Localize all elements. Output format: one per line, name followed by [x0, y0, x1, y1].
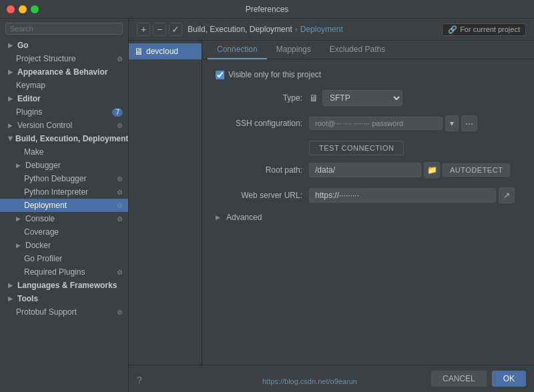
- remove-server-button[interactable]: −: [153, 23, 166, 36]
- test-connection-button[interactable]: TEST CONNECTION: [309, 141, 404, 155]
- window-title: Preferences: [246, 5, 289, 14]
- tab-connection[interactable]: Connection: [208, 41, 267, 59]
- project-badge[interactable]: 🔗 For current project: [442, 23, 526, 36]
- web-url-row: Web server URL: ↗: [216, 187, 521, 203]
- tab-excluded-paths[interactable]: Excluded Paths: [320, 41, 394, 59]
- sidebar-item-label: Build, Execution, Deployment: [15, 134, 128, 143]
- settings-icon: ⚙: [117, 202, 123, 209]
- main-layout: ▶ Go Project Structure ⚙ ▶ Appearance & …: [0, 19, 534, 392]
- sidebar-item-label: Version Control: [17, 121, 72, 130]
- server-entry-devcloud[interactable]: 🖥 devcloud: [129, 43, 202, 59]
- arrow-icon: ▶: [8, 69, 15, 75]
- settings-icon: ⚙: [117, 309, 123, 316]
- sidebar-item-plugins[interactable]: Plugins 7: [0, 105, 128, 119]
- connection-tab-content: Visible only for this project Type: 🖥 SF…: [202, 59, 534, 365]
- sidebar-item-label: Tools: [17, 294, 38, 303]
- arrow-icon: ▶: [8, 122, 15, 129]
- arrow-icon: ▶: [8, 42, 15, 49]
- server-name: devcloud: [146, 47, 178, 56]
- sidebar-item-label: Make: [24, 147, 43, 157]
- sidebar-item-editor[interactable]: ▶ Editor: [0, 92, 128, 105]
- ssh-config-controls: root@··· ···· ········ password ▾ ···: [309, 115, 477, 131]
- sidebar-item-go-profiler[interactable]: Go Profiler: [0, 252, 128, 265]
- sidebar-item-label: Required Plugins: [24, 267, 85, 277]
- ssh-config-row: SSH configuration: root@··· ···· ·······…: [216, 115, 521, 131]
- browse-folder-button[interactable]: 📁: [424, 162, 440, 178]
- server-list: 🖥 devcloud: [129, 41, 202, 365]
- advanced-label: Advanced: [226, 213, 262, 222]
- visible-only-checkbox[interactable]: [216, 71, 224, 79]
- window-controls[interactable]: [7, 5, 39, 13]
- arrow-icon: ▶: [16, 162, 23, 169]
- ok-button[interactable]: OK: [492, 371, 526, 387]
- tab-mappings[interactable]: Mappings: [267, 41, 320, 59]
- server-icon: 🖥: [134, 46, 144, 57]
- type-select[interactable]: SFTP: [322, 90, 403, 106]
- sidebar-item-go[interactable]: ▶ Go: [0, 39, 128, 52]
- sidebar-item-label: Python Debugger: [24, 174, 86, 183]
- sidebar-item-label: Docker: [25, 241, 51, 250]
- ssh-more-button[interactable]: ···: [461, 115, 477, 131]
- sidebar-items-list: ▶ Go Project Structure ⚙ ▶ Appearance & …: [0, 39, 128, 392]
- sidebar-item-docker[interactable]: ▶ Docker: [0, 239, 128, 252]
- sidebar-item-appearance[interactable]: ▶ Appearance & Behavior: [0, 65, 128, 79]
- sidebar-item-deployment[interactable]: Deployment ⚙: [0, 199, 128, 212]
- sidebar-item-label: Editor: [17, 94, 41, 103]
- close-button[interactable]: [7, 5, 15, 13]
- link-icon: 🔗: [448, 25, 457, 34]
- sidebar-item-python-debugger[interactable]: Python Debugger ⚙: [0, 172, 128, 185]
- minimize-button[interactable]: [19, 5, 27, 13]
- root-path-input[interactable]: [309, 163, 421, 177]
- breadcrumb-parent: Build, Execution, Deployment: [188, 25, 292, 34]
- sidebar-item-project-structure[interactable]: Project Structure ⚙: [0, 52, 128, 65]
- sidebar-item-tools[interactable]: ▶ Tools: [0, 292, 128, 305]
- arrow-icon: ▶: [7, 137, 14, 141]
- settings-icon: ⚙: [117, 122, 123, 129]
- header-bar: + − ✓ Build, Execution, Deployment › Dep…: [129, 19, 534, 41]
- sidebar-item-label: Python Interpreter: [24, 187, 88, 197]
- maximize-button[interactable]: [31, 5, 39, 13]
- sidebar-item-label: Deployment: [24, 201, 67, 210]
- web-url-controls: ↗: [309, 187, 515, 203]
- arrow-icon: ▶: [8, 282, 15, 289]
- cancel-button[interactable]: CANCEL: [431, 371, 487, 387]
- sidebar-search-area: [0, 19, 128, 39]
- sidebar-item-debugger[interactable]: ▶ Debugger: [0, 159, 128, 172]
- ssh-dropdown-button[interactable]: ▾: [445, 115, 459, 131]
- visible-only-row: Visible only for this project: [216, 70, 521, 79]
- web-url-input[interactable]: [309, 188, 496, 203]
- plugins-badge: 7: [112, 108, 123, 117]
- sidebar-item-protobuf[interactable]: Protobuf Support ⚙: [0, 305, 128, 319]
- sidebar-item-build-exec[interactable]: ▶ Build, Execution, Deployment: [0, 132, 128, 145]
- bottom-bar: ? https://blog.csdn.net/o9earun CANCEL O…: [129, 365, 534, 392]
- advanced-row[interactable]: ▶ Advanced: [216, 213, 521, 222]
- search-input[interactable]: [5, 23, 123, 35]
- ssh-value[interactable]: root@··· ···· ········ password: [309, 117, 443, 130]
- sidebar-item-label: Protobuf Support: [16, 307, 77, 317]
- sidebar-item-coverage[interactable]: Coverage: [0, 225, 128, 239]
- arrow-icon: ▶: [8, 95, 15, 102]
- sftp-icon: 🖥: [309, 93, 318, 103]
- add-server-button[interactable]: +: [137, 23, 150, 36]
- sidebar-item-label: Go Profiler: [24, 254, 62, 263]
- web-url-label: Web server URL:: [216, 191, 302, 200]
- sidebar-item-label: Coverage: [24, 227, 59, 237]
- sidebar-item-version-control[interactable]: ▶ Version Control ⚙: [0, 119, 128, 132]
- open-url-button[interactable]: ↗: [499, 187, 515, 203]
- breadcrumb: Build, Execution, Deployment › Deploymen…: [188, 25, 437, 34]
- sidebar-item-make[interactable]: Make: [0, 145, 128, 159]
- project-badge-label: For current project: [460, 25, 520, 33]
- sidebar-item-python-interpreter[interactable]: Python Interpreter ⚙: [0, 185, 128, 199]
- help-icon[interactable]: ?: [137, 375, 142, 385]
- visible-only-label: Visible only for this project: [228, 70, 321, 79]
- sidebar-item-label: Debugger: [25, 161, 61, 170]
- sidebar-item-console[interactable]: ▶ Console ⚙: [0, 212, 128, 225]
- sidebar-item-keymap[interactable]: Keymap: [0, 79, 128, 92]
- autodetect-button[interactable]: AUTODETECT: [443, 163, 510, 177]
- sidebar-item-languages[interactable]: ▶ Languages & Frameworks: [0, 279, 128, 292]
- settings-icon: ⚙: [117, 175, 123, 183]
- sidebar-item-label: Plugins: [16, 107, 42, 117]
- settings-icon: ⚙: [117, 189, 123, 196]
- confirm-button[interactable]: ✓: [169, 23, 182, 36]
- sidebar-item-required-plugins[interactable]: Required Plugins ⚙: [0, 265, 128, 279]
